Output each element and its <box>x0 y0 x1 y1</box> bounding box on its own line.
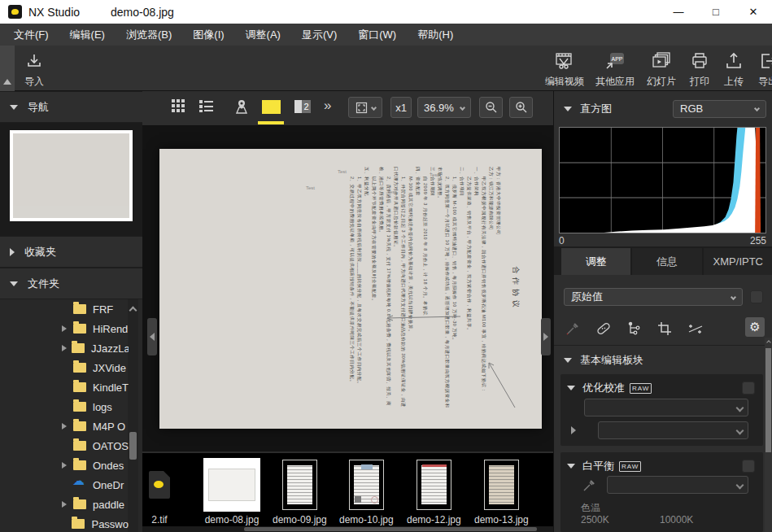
slideshow-icon <box>651 50 672 72</box>
import-button[interactable]: 导入 <box>24 50 44 89</box>
folder-item-frf[interactable]: FRF <box>0 299 129 319</box>
menu-item-2[interactable]: 编辑(E) <box>59 24 116 46</box>
upload-icon <box>724 50 744 72</box>
straighten-icon[interactable] <box>687 321 704 336</box>
expand-triangle-icon[interactable] <box>62 345 67 351</box>
expand-triangle-icon[interactable] <box>62 423 67 430</box>
filmstrip-item-demo-12-jpg[interactable]: demo-12.jpg <box>407 458 461 525</box>
filmstrip-scrollbar[interactable] <box>142 526 553 532</box>
filmstrip-item-demo-10-jpg[interactable]: demo-10.jpg <box>339 458 394 525</box>
zoom-1x-button[interactable]: x1 <box>390 97 412 118</box>
other-apps-button[interactable]: APP其他应用 <box>591 50 639 89</box>
folder-item-passwo[interactable]: Passwo <box>0 514 129 532</box>
folder-item-kindlet[interactable]: KindleT <box>0 377 129 397</box>
app-title: NX Studio <box>28 6 80 19</box>
zoom-percent-dropdown[interactable]: 36.9% <box>417 97 471 118</box>
upload-button[interactable]: 上传 <box>718 50 749 89</box>
folder-name: FRF <box>93 303 113 316</box>
image-view-icon-active[interactable] <box>262 100 281 114</box>
temp-max-label: 10000K <box>660 514 693 525</box>
fit-view-dropdown[interactable] <box>348 97 382 118</box>
white-balance-dropdown[interactable] <box>607 476 748 494</box>
zoom-in-button[interactable] <box>509 97 533 118</box>
favorites-section-header[interactable]: 收藏夹 <box>0 236 142 268</box>
print-button[interactable]: 打印 <box>684 50 715 89</box>
navigation-thumbnail[interactable] <box>10 130 133 221</box>
compare-view-icon[interactable]: 2 <box>294 100 311 113</box>
filmstrip-filename: demo-08.jpg <box>205 514 260 525</box>
crop-icon[interactable] <box>657 321 672 336</box>
menu-item-1[interactable]: 文件(F) <box>3 24 59 46</box>
folder-item-paddle[interactable]: paddle <box>0 495 129 514</box>
menu-item-5[interactable]: 调整(A) <box>235 24 291 46</box>
expand-triangle-icon[interactable] <box>62 325 67 332</box>
collapse-left-panel-handle[interactable] <box>147 318 157 355</box>
other-apps-icon: APP <box>604 50 626 72</box>
picture-control-checkbox[interactable] <box>742 382 755 395</box>
menu-item-3[interactable]: 浏览器(B) <box>116 24 182 46</box>
folder-item-m4p-o[interactable]: M4P O <box>0 416 129 436</box>
zoom-out-button[interactable] <box>479 97 503 118</box>
map-view-icon[interactable] <box>233 98 250 115</box>
scrollbar-thumb[interactable] <box>765 348 771 452</box>
tab-adjust[interactable]: 调整 <box>561 248 630 275</box>
filmstrip-item-demo-13-jpg[interactable]: demo-13.jpg <box>474 458 529 525</box>
toolbar-collapse-strip[interactable] <box>0 46 15 91</box>
expand-triangle-icon[interactable] <box>62 462 67 469</box>
adjust-panel: 原始值 ⚙ 基本编辑板块 优化校准 <box>554 275 772 532</box>
filmstrip-filename: demo-12.jpg <box>407 514 461 525</box>
folder-item-oatos[interactable]: OATOS <box>0 436 129 456</box>
filmstrip-item-demo-08-jpg[interactable]: demo-08.jpg <box>203 458 260 525</box>
picture-control-dropdown[interactable] <box>584 399 748 416</box>
maximize-button[interactable]: □ <box>697 0 735 24</box>
menu-item-8[interactable]: 帮助(H) <box>407 24 464 46</box>
folder-tree-scrollbar[interactable] <box>128 299 138 532</box>
collapse-triangle-icon <box>567 386 575 390</box>
collapse-up-icon <box>3 79 11 85</box>
folder-item-jxvide[interactable]: JXVide <box>0 358 129 377</box>
picture-control-sub-dropdown[interactable] <box>598 421 748 439</box>
tab-xmp-iptc[interactable]: XMP/IPTC <box>704 248 772 275</box>
slideshow-button[interactable]: 幻灯片 <box>642 50 681 89</box>
navigation-section-header[interactable]: 导航 <box>0 91 142 123</box>
menu-item-6[interactable]: 显示(V) <box>291 24 347 46</box>
scrollbar-thumb[interactable] <box>129 432 137 460</box>
menu-item-7[interactable]: 窗口(W) <box>347 24 407 46</box>
basic-edit-section-header[interactable]: 基本编辑板块 <box>564 353 643 368</box>
scroll-up-icon[interactable] <box>766 340 771 345</box>
white-balance-checkbox[interactable] <box>742 460 755 473</box>
image-viewer[interactable]: 合作协议甲方：香港大中华投资管理公司乙方：镇江万和能源有限公司 甲乙双方根据中国… <box>142 126 553 461</box>
retouch-brush-icon[interactable] <box>595 321 612 336</box>
settings-gear-icon[interactable]: ⚙ <box>745 317 765 337</box>
collapse-right-panel-handle[interactable] <box>541 318 551 355</box>
expand-triangle-icon[interactable] <box>62 501 67 508</box>
menu-item-4[interactable]: 图像(I) <box>182 24 234 46</box>
preset-checkbox[interactable] <box>750 290 763 303</box>
color-control-points-icon[interactable] <box>627 321 642 336</box>
channel-value: RGB <box>680 102 703 115</box>
gray-point-eyedropper-icon[interactable] <box>582 478 596 493</box>
folder-item-ondes[interactable]: Ondes <box>0 456 129 475</box>
grid-view-icon[interactable] <box>171 98 185 113</box>
filmstrip-item-2-tif[interactable]: 2.tif <box>149 458 170 525</box>
expand-triangle-icon[interactable] <box>571 426 576 434</box>
sample-eyedropper-icon-disabled[interactable] <box>565 321 580 336</box>
preset-dropdown[interactable]: 原始值 <box>564 288 743 306</box>
histogram-channel-dropdown[interactable]: RGB <box>673 100 766 118</box>
right-panel-scrollbar[interactable] <box>765 338 772 532</box>
scrollbar-thumb[interactable] <box>244 527 537 531</box>
scroll-up-icon[interactable] <box>129 307 137 315</box>
filmstrip-item-demo-09-jpg[interactable]: demo-09.jpg <box>273 458 327 525</box>
more-views-icon[interactable]: » <box>324 98 331 114</box>
folder-item-onedr[interactable]: OneDr <box>0 475 129 495</box>
minimize-button[interactable]: — <box>660 0 697 24</box>
folders-section-header[interactable]: 文件夹 <box>0 268 142 299</box>
tab-info[interactable]: 信息 <box>632 248 701 275</box>
list-view-icon[interactable] <box>198 98 214 113</box>
folder-item-hirend[interactable]: HiRend <box>0 319 129 338</box>
edit-video-button[interactable]: 编辑视频 <box>541 50 588 89</box>
folder-item-logs[interactable]: logs <box>0 397 129 416</box>
export-button[interactable]: 导出 <box>752 50 772 89</box>
folder-item-jjazzla[interactable]: JJazzLa <box>0 338 129 358</box>
close-button[interactable]: ✕ <box>735 0 772 24</box>
